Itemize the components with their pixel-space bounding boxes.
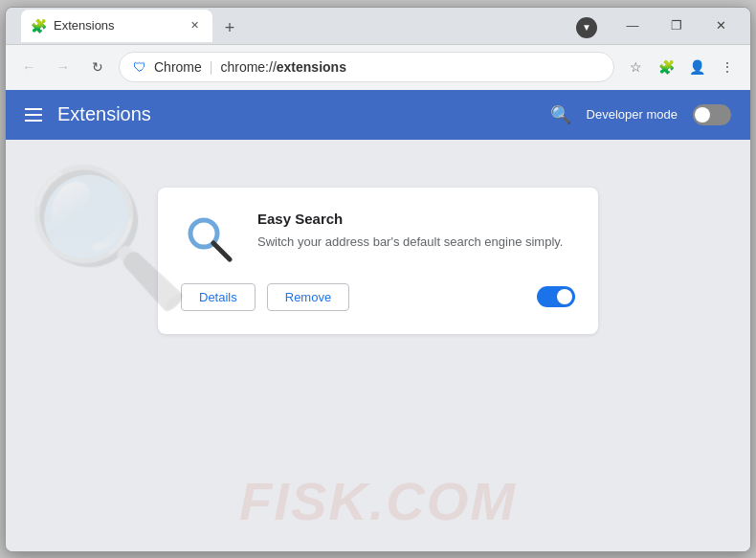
card-top: Easy Search Switch your address bar's de… (181, 211, 575, 268)
extension-info: Easy Search Switch your address bar's de… (257, 211, 575, 252)
header-search-icon[interactable]: 🔍 (550, 104, 571, 125)
security-icon: 🛡 (133, 59, 146, 75)
extensions-toolbar-button[interactable]: 🧩 (653, 54, 679, 80)
brand-name: Chrome (154, 59, 202, 75)
minimize-button[interactable]: — (611, 11, 655, 41)
card-bottom: Details Remove (181, 283, 575, 311)
extensions-page-title: Extensions (57, 103, 535, 125)
extension-description: Switch your address bar's default search… (257, 233, 575, 252)
window-controls: — ❐ ✕ (611, 11, 743, 41)
tab-favicon-icon: 🧩 (31, 18, 46, 33)
menu-button[interactable]: ⋮ (714, 54, 741, 80)
tab-title: Extensions (54, 18, 178, 33)
forward-button[interactable]: → (50, 54, 77, 80)
close-button[interactable]: ✕ (699, 11, 743, 41)
profile-area: ▼ (576, 17, 597, 42)
toolbar-icons: ☆ 🧩 👤 ⋮ (622, 54, 741, 80)
title-bar: 🧩 Extensions ✕ + ▼ — ❐ ✕ (6, 8, 750, 44)
profile-button[interactable]: 👤 (683, 54, 710, 80)
browser-window: 🧩 Extensions ✕ + ▼ — ❐ ✕ ← → ↻ 🛡 Chrome … (5, 7, 751, 552)
extensions-header: Extensions 🔍 Developer mode (6, 90, 750, 140)
url-separator: | (210, 59, 213, 75)
address-bar: ← → ↻ 🛡 Chrome | chrome://extensions ☆ 🧩… (6, 44, 750, 90)
extension-icon (181, 211, 238, 268)
tab-close-button[interactable]: ✕ (186, 17, 203, 34)
maximize-button[interactable]: ❐ (655, 11, 699, 41)
dev-mode-label: Developer mode (587, 107, 678, 122)
tab-bar: 🧩 Extensions ✕ + ▼ (13, 10, 605, 42)
hamburger-menu[interactable] (25, 108, 42, 122)
svg-line-1 (213, 243, 230, 259)
details-button[interactable]: Details (181, 283, 256, 311)
reload-button[interactable]: ↻ (84, 54, 111, 80)
profile-avatar: ▼ (576, 17, 597, 38)
back-button[interactable]: ← (15, 54, 42, 80)
extension-card: Easy Search Switch your address bar's de… (158, 188, 598, 334)
address-input[interactable]: 🛡 Chrome | chrome://extensions (119, 52, 614, 82)
developer-mode-toggle[interactable] (693, 104, 731, 125)
url-text: chrome://extensions (220, 59, 600, 75)
bookmark-button[interactable]: ☆ (622, 54, 649, 80)
watermark: FISK.COM (239, 470, 517, 532)
extension-name: Easy Search (257, 211, 575, 227)
remove-button[interactable]: Remove (267, 283, 349, 311)
new-tab-button[interactable]: + (216, 15, 243, 42)
extension-enabled-toggle[interactable] (537, 286, 575, 307)
main-content: 🔍 Easy Search Switch your address bar's … (6, 140, 750, 551)
active-tab[interactable]: 🧩 Extensions ✕ (21, 10, 212, 42)
